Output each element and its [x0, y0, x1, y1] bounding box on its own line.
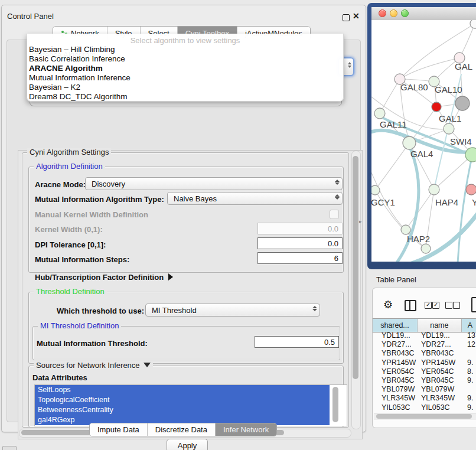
zoom-window-icon[interactable] [401, 9, 409, 17]
split-columns-icon[interactable] [405, 300, 416, 311]
table-row[interactable]: YBR045CYBR045C9. [373, 376, 476, 385]
table-row[interactable]: YIL053CYIL053C9. [373, 403, 476, 412]
close-window-icon[interactable] [379, 9, 386, 17]
tab-discretize-data[interactable]: Discretize Data [147, 423, 215, 436]
hub-definition-toggle[interactable]: Hub/Transcription Factor Definition [35, 273, 173, 282]
algorithm-option[interactable]: Dream8 DC_TDC Algorithm [27, 92, 343, 102]
data-attributes-list: SelfLoopsTopologicalCoefficientBetweenne… [34, 384, 347, 426]
network-node[interactable] [455, 96, 470, 110]
attribute-list-item[interactable]: BetweennessCentrality [35, 405, 330, 415]
node-label: GAL80 [400, 82, 428, 92]
algorithm-option[interactable]: Mutual Information Inference [27, 73, 343, 83]
kernel-width-label: Kernel Width (0,1): [35, 225, 103, 234]
document-icon[interactable] [471, 297, 476, 312]
manual-kernel-label: Manual Kernel Width Definition [35, 210, 148, 219]
aracne-mode-label: Aracne Mode: [35, 180, 86, 189]
dpi-tolerance-input[interactable]: 0.0 [257, 237, 343, 249]
mi-type-select[interactable]: Naive Bayes [167, 192, 343, 205]
screen: Control Panel ✕ NetworkStyleSelectCyni T… [0, 0, 476, 450]
table-header: shared...nameA [373, 318, 476, 332]
table-row[interactable]: YPR145WYPR145W9. [373, 358, 476, 367]
list-scrollbar[interactable] [332, 387, 338, 422]
dpi-tolerance-label: DPI Tolerance [0,1]: [35, 240, 106, 249]
expand-right-icon [168, 273, 173, 281]
cyni-bottom-tabbar: Impute DataDiscretize DataInfer Network [89, 423, 277, 436]
stepper-arrows-icon [334, 180, 340, 185]
node-label: GAL10 [435, 84, 462, 94]
table-row[interactable]: YBL079WYBL079W [373, 385, 476, 394]
expand-down-icon [144, 363, 151, 367]
scrollbar-thumb[interactable] [353, 156, 358, 379]
mi-steps-label: Mutual Information Steps: [35, 255, 129, 264]
aracne-mode-select[interactable]: Discovery [85, 177, 343, 190]
close-panel-icon[interactable]: ✕ [353, 11, 360, 21]
table-row[interactable]: YLR345WYLR345W9. [373, 394, 476, 403]
checked-box-icon[interactable]: ✓ [432, 302, 439, 309]
tab-impute-data[interactable]: Impute Data [90, 423, 147, 436]
node-label: HAP4 [435, 197, 458, 207]
network-node-gal1[interactable] [432, 102, 441, 112]
network-node-hap2[interactable] [401, 225, 410, 234]
unchecked-box-icon[interactable] [445, 302, 452, 309]
network-node-gcy1[interactable] [371, 185, 380, 195]
network-node-y[interactable] [466, 184, 476, 195]
stepper-arrows-icon [334, 194, 340, 200]
table-row[interactable]: YDR27...YDR27...12 [373, 340, 476, 349]
gear-icon[interactable]: ⚙ [383, 298, 393, 311]
table-panel: ⚙ ✓ ✓ shared...nameA YDL19...YDL19...13Y… [372, 288, 476, 428]
kernel-width-input[interactable]: 0.0 [257, 223, 343, 234]
network-edge-highlighted [458, 155, 472, 262]
stepper-arrows-icon [312, 306, 317, 311]
settings-vertical-scrollbar[interactable] [351, 151, 361, 429]
network-node[interactable] [470, 20, 476, 28]
network-node-swi4[interactable] [444, 123, 454, 134]
algorithm-option[interactable]: Bayesian – K2 [27, 83, 343, 92]
sources-toggle[interactable]: Sources for Network Inference [34, 361, 153, 370]
network-node-hap4[interactable] [429, 184, 439, 195]
column-header[interactable]: shared... [373, 319, 418, 332]
attribute-list-item[interactable]: SelfLoops [35, 385, 330, 395]
network-node[interactable] [465, 148, 476, 162]
checked-box-icon[interactable]: ✓ [425, 302, 432, 309]
tab-infer-network[interactable]: Infer Network [215, 423, 276, 436]
mi-steps-input[interactable]: 6 [257, 252, 343, 264]
group-title: Algorithm Definition [34, 162, 105, 171]
table-row[interactable]: YBR043CYBR043C [373, 349, 476, 358]
mi-threshold-label: Mutual Information Threshold: [37, 339, 148, 348]
network-node[interactable] [421, 244, 431, 253]
network-node-gal11[interactable] [374, 108, 385, 119]
group-title: MI Threshold Definition [38, 322, 121, 330]
which-threshold-select[interactable]: MI Threshold [145, 304, 320, 317]
network-node-gal4[interactable] [403, 136, 416, 149]
manual-kernel-checkbox[interactable] [330, 210, 339, 219]
table-horizontal-scrollbar[interactable] [374, 413, 476, 420]
network-window-titlebar[interactable] [371, 7, 476, 21]
algorithm-option[interactable]: ARACNE Algorithm [27, 64, 343, 73]
splitter-handle[interactable]: ▸ [359, 219, 362, 224]
table-row[interactable]: YDL19...YDL19...13 [373, 331, 476, 340]
column-header[interactable]: A [462, 319, 476, 332]
node-label: GAL1 [439, 113, 461, 123]
column-header[interactable]: name [418, 319, 462, 332]
stepper-arrows-icon [348, 62, 351, 68]
node-label: Y [472, 197, 476, 207]
scrollbar-thumb[interactable] [376, 414, 472, 419]
unchecked-box-icon[interactable] [453, 302, 460, 309]
float-panel-icon[interactable] [343, 14, 350, 21]
network-edge [380, 79, 400, 113]
network-edge [375, 143, 409, 190]
apply-button[interactable]: Apply [167, 439, 208, 450]
attribute-list-item[interactable]: TopologicalCoefficient [35, 395, 330, 405]
table-row[interactable]: YER054CYER054C8. [373, 367, 476, 376]
network-canvas[interactable]: GALGAL80GAL10GAL1GAL11SWI4GAL4GCY1HAP4YH… [371, 20, 476, 262]
data-attributes-label: Data Attributes [32, 373, 87, 382]
network-edge [400, 58, 459, 79]
minimized-panel-chip[interactable] [2, 446, 17, 450]
node-label: GAL4 [410, 149, 433, 159]
algorithm-dropdown-popup: Inference Algorithm Select algorithm to … [27, 34, 344, 102]
minimize-window-icon[interactable] [390, 9, 397, 17]
node-label: GCY1 [371, 197, 395, 207]
group-title: Cyni Algorithm Settings [27, 148, 111, 156]
popup-prompt: Select algorithm to view settings [27, 36, 343, 45]
mi-threshold-input[interactable]: 0.5 [255, 336, 339, 348]
